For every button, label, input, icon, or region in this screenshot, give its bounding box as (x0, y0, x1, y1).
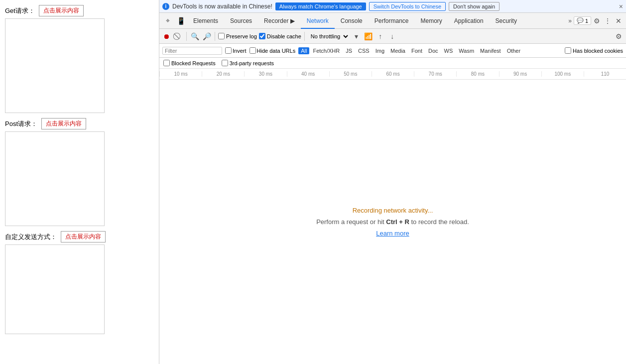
tick-10ms: 10 ms (159, 71, 202, 77)
devtools-panel: i DevTools is now available in Chinese! … (159, 0, 626, 364)
filter-tag-media[interactable]: Media (388, 47, 408, 54)
filter-input[interactable] (162, 47, 222, 55)
tick-50ms: 50 ms (329, 71, 372, 77)
invert-label: Invert (233, 48, 247, 54)
custom-request-section: 自定义发送方式： 点击展示内容 (5, 231, 154, 334)
left-panel: Get请求： 点击展示内容 Post请求： 点击展示内容 自定义发送方式： 点击… (0, 0, 159, 364)
disable-cache-label[interactable]: Disable cache (259, 33, 301, 39)
has-blocked-option[interactable]: Has blocked cookies (565, 47, 623, 54)
tab-bar: ⌖ 📱 Elements Sources Recorder ▶ Network … (159, 13, 626, 29)
filter-icon[interactable]: 🔍 (190, 31, 200, 41)
tick-70ms: 70 ms (414, 71, 456, 77)
learn-more-link[interactable]: Learn more (376, 230, 409, 237)
third-party-label: 3rd-party requests (230, 60, 274, 66)
third-party-checkbox[interactable] (222, 60, 228, 66)
tab-security[interactable]: Security (490, 13, 523, 29)
timeline-header: 10 ms 20 ms 30 ms 40 ms 50 ms 60 ms 70 m… (159, 69, 626, 80)
tab-network[interactable]: Network (301, 13, 335, 29)
tab-recorder[interactable]: Recorder ▶ (258, 13, 301, 29)
match-language-btn[interactable]: Always match Chrome's language (275, 2, 366, 10)
filter-tag-all[interactable]: All (298, 47, 309, 54)
post-btn[interactable]: 点击展示内容 (41, 118, 86, 129)
info-bar: i DevTools is now available in Chinese! … (159, 0, 626, 13)
device-icon[interactable]: 📱 (174, 14, 187, 27)
post-output-box (5, 131, 105, 226)
inspect-icon[interactable]: ⌖ (161, 14, 174, 27)
preserve-log-label[interactable]: Preserve log (218, 33, 257, 39)
filter-tag-ws[interactable]: WS (442, 47, 456, 54)
filter-tag-other[interactable]: Other (504, 47, 523, 54)
invert-option[interactable]: Invert (225, 47, 247, 54)
export-icon[interactable]: ↓ (387, 31, 397, 41)
has-blocked-label: Has blocked cookies (573, 48, 623, 54)
filter-tag-css[interactable]: CSS (356, 47, 372, 54)
info-icon: i (162, 3, 169, 10)
post-request-section: Post请求： 点击展示内容 (5, 118, 154, 226)
custom-btn[interactable]: 点击展示内容 (61, 231, 106, 243)
filter-tag-js[interactable]: JS (343, 47, 355, 54)
filter-tag-font[interactable]: Font (409, 47, 425, 54)
disable-cache-text: Disable cache (267, 33, 301, 39)
tab-sources[interactable]: Sources (224, 13, 258, 29)
settings-gear-btn[interactable]: ⚙ (591, 15, 602, 26)
preserve-log-checkbox[interactable] (218, 33, 225, 39)
custom-label: 自定义发送方式： (5, 233, 57, 242)
import-icon[interactable]: ↑ (376, 31, 385, 41)
filter-bar: Invert Hide data URLs All Fetch/XHR JS C… (159, 44, 626, 58)
filter-tag-fetchxhr[interactable]: Fetch/XHR (310, 47, 342, 54)
search-icon[interactable]: 🔎 (202, 31, 212, 41)
get-btn[interactable]: 点击展示内容 (39, 5, 84, 16)
comment-icon: 💬 (577, 17, 584, 24)
filter-tags: All Fetch/XHR JS CSS Img Media Font Doc … (298, 47, 523, 54)
tab-more-btn[interactable]: » (566, 17, 574, 24)
tick-30ms: 30 ms (244, 71, 286, 77)
throttle-select[interactable]: No throttling Slow 3G Fast 3G (308, 33, 350, 40)
disable-cache-checkbox[interactable] (259, 33, 265, 39)
tick-100ms: 100 ms (541, 71, 584, 77)
tab-console[interactable]: Console (335, 13, 369, 29)
clear-icon[interactable]: ⃠ (173, 31, 183, 41)
invert-checkbox[interactable] (225, 47, 232, 54)
tick-40ms: 40 ms (287, 71, 329, 77)
toolbar-separator-2 (215, 32, 215, 41)
hide-data-urls-checkbox[interactable] (250, 47, 256, 54)
filter-tag-doc[interactable]: Doc (426, 47, 441, 54)
tab-application[interactable]: Application (448, 13, 490, 29)
close-devtools-btn[interactable]: ✕ (613, 15, 624, 26)
post-label: Post请求： (5, 120, 37, 128)
network-content-area: Recording network activity... Perform a … (159, 80, 626, 364)
wifi-icon[interactable]: 📶 (364, 31, 374, 41)
filter-tag-manifest[interactable]: Manifest (478, 47, 503, 54)
switch-devtools-btn[interactable]: Switch DevTools to Chinese (369, 2, 446, 11)
recording-text: Recording network activity... (353, 207, 433, 214)
tab-elements[interactable]: Elements (187, 13, 224, 29)
toolbar-separator-1 (186, 32, 187, 41)
network-settings-btn[interactable]: ⚙ (613, 31, 624, 42)
blocked-requests-checkbox[interactable] (163, 60, 170, 66)
tick-20ms: 20 ms (202, 71, 244, 77)
blocked-requests-option[interactable]: Blocked Requests (163, 60, 216, 66)
toolbar-separator-3 (304, 32, 305, 41)
comment-count: 1 (585, 18, 588, 24)
tab-memory[interactable]: Memory (415, 13, 448, 29)
hide-data-urls-label: Hide data URLs (257, 48, 296, 54)
more-options-btn[interactable]: ⋮ (602, 15, 613, 26)
blocked-requests-label: Blocked Requests (171, 60, 216, 66)
record-stop-icon[interactable]: ⏺ (161, 31, 171, 41)
third-party-option[interactable]: 3rd-party requests (222, 60, 274, 66)
get-output-box (5, 18, 105, 113)
tick-60ms: 60 ms (372, 71, 414, 77)
network-toolbar: ⏺ ⃠ 🔍 🔎 Preserve log Disable cache No th… (159, 29, 626, 44)
tick-110: 110 (584, 71, 626, 77)
tab-performance[interactable]: Performance (369, 13, 415, 29)
has-blocked-checkbox[interactable] (565, 47, 571, 54)
info-message: DevTools is now available in Chinese! (172, 3, 272, 10)
preserve-log-text: Preserve log (226, 33, 257, 39)
dont-show-again-btn[interactable]: Don't show again (449, 2, 500, 11)
info-bar-close-btn[interactable]: × (619, 2, 623, 10)
filter-tag-img[interactable]: Img (373, 47, 387, 54)
filter-tag-wasm[interactable]: Wasm (456, 47, 477, 54)
tick-90ms: 90 ms (499, 71, 541, 77)
hide-data-urls-option[interactable]: Hide data URLs (250, 47, 296, 54)
throttle-down-icon[interactable]: ▾ (352, 31, 362, 41)
